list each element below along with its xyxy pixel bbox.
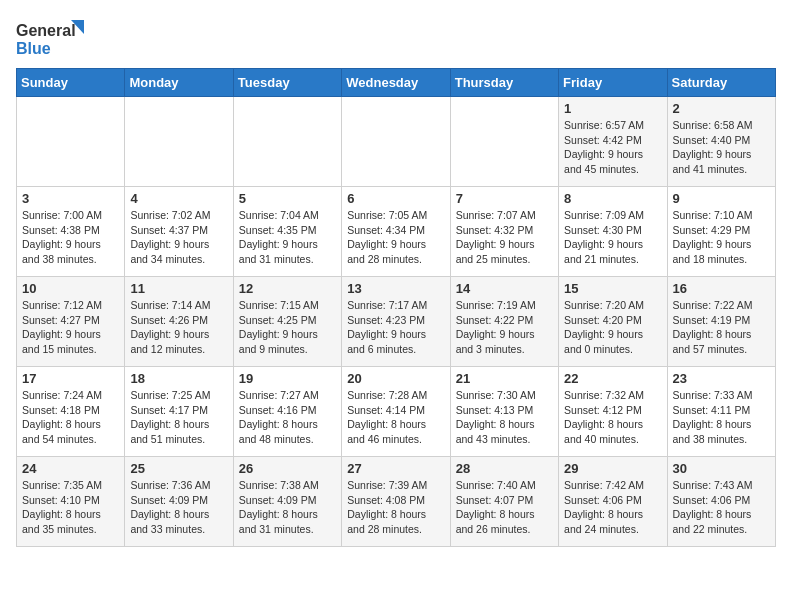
- calendar-table: SundayMondayTuesdayWednesdayThursdayFrid…: [16, 68, 776, 547]
- calendar-cell: 27Sunrise: 7:39 AM Sunset: 4:08 PM Dayli…: [342, 457, 450, 547]
- day-number: 14: [456, 281, 553, 296]
- day-info: Sunrise: 7:00 AM Sunset: 4:38 PM Dayligh…: [22, 208, 119, 267]
- day-number: 28: [456, 461, 553, 476]
- calendar-cell: 8Sunrise: 7:09 AM Sunset: 4:30 PM Daylig…: [559, 187, 667, 277]
- day-number: 7: [456, 191, 553, 206]
- day-info: Sunrise: 7:20 AM Sunset: 4:20 PM Dayligh…: [564, 298, 661, 357]
- day-number: 8: [564, 191, 661, 206]
- day-info: Sunrise: 7:14 AM Sunset: 4:26 PM Dayligh…: [130, 298, 227, 357]
- day-number: 19: [239, 371, 336, 386]
- day-number: 29: [564, 461, 661, 476]
- day-info: Sunrise: 7:07 AM Sunset: 4:32 PM Dayligh…: [456, 208, 553, 267]
- day-info: Sunrise: 7:27 AM Sunset: 4:16 PM Dayligh…: [239, 388, 336, 447]
- day-number: 16: [673, 281, 770, 296]
- calendar-cell: 21Sunrise: 7:30 AM Sunset: 4:13 PM Dayli…: [450, 367, 558, 457]
- day-info: Sunrise: 7:04 AM Sunset: 4:35 PM Dayligh…: [239, 208, 336, 267]
- calendar-cell: 29Sunrise: 7:42 AM Sunset: 4:06 PM Dayli…: [559, 457, 667, 547]
- header-friday: Friday: [559, 69, 667, 97]
- day-number: 17: [22, 371, 119, 386]
- header-sunday: Sunday: [17, 69, 125, 97]
- calendar-cell: 17Sunrise: 7:24 AM Sunset: 4:18 PM Dayli…: [17, 367, 125, 457]
- logo-svg: GeneralBlue: [16, 16, 86, 60]
- calendar-cell: 22Sunrise: 7:32 AM Sunset: 4:12 PM Dayli…: [559, 367, 667, 457]
- calendar-cell: [233, 97, 341, 187]
- day-info: Sunrise: 7:10 AM Sunset: 4:29 PM Dayligh…: [673, 208, 770, 267]
- day-info: Sunrise: 7:43 AM Sunset: 4:06 PM Dayligh…: [673, 478, 770, 537]
- day-info: Sunrise: 7:09 AM Sunset: 4:30 PM Dayligh…: [564, 208, 661, 267]
- calendar-cell: 4Sunrise: 7:02 AM Sunset: 4:37 PM Daylig…: [125, 187, 233, 277]
- calendar-cell: [17, 97, 125, 187]
- calendar-week-3: 17Sunrise: 7:24 AM Sunset: 4:18 PM Dayli…: [17, 367, 776, 457]
- day-number: 3: [22, 191, 119, 206]
- day-info: Sunrise: 7:36 AM Sunset: 4:09 PM Dayligh…: [130, 478, 227, 537]
- calendar-cell: 26Sunrise: 7:38 AM Sunset: 4:09 PM Dayli…: [233, 457, 341, 547]
- day-info: Sunrise: 6:57 AM Sunset: 4:42 PM Dayligh…: [564, 118, 661, 177]
- calendar-cell: 2Sunrise: 6:58 AM Sunset: 4:40 PM Daylig…: [667, 97, 775, 187]
- day-number: 6: [347, 191, 444, 206]
- calendar-cell: 28Sunrise: 7:40 AM Sunset: 4:07 PM Dayli…: [450, 457, 558, 547]
- day-info: Sunrise: 7:12 AM Sunset: 4:27 PM Dayligh…: [22, 298, 119, 357]
- calendar-cell: 12Sunrise: 7:15 AM Sunset: 4:25 PM Dayli…: [233, 277, 341, 367]
- day-number: 21: [456, 371, 553, 386]
- day-number: 10: [22, 281, 119, 296]
- calendar-cell: 3Sunrise: 7:00 AM Sunset: 4:38 PM Daylig…: [17, 187, 125, 277]
- day-info: Sunrise: 7:19 AM Sunset: 4:22 PM Dayligh…: [456, 298, 553, 357]
- calendar-cell: 16Sunrise: 7:22 AM Sunset: 4:19 PM Dayli…: [667, 277, 775, 367]
- day-info: Sunrise: 7:25 AM Sunset: 4:17 PM Dayligh…: [130, 388, 227, 447]
- calendar-cell: 23Sunrise: 7:33 AM Sunset: 4:11 PM Dayli…: [667, 367, 775, 457]
- day-info: Sunrise: 7:24 AM Sunset: 4:18 PM Dayligh…: [22, 388, 119, 447]
- calendar-cell: 7Sunrise: 7:07 AM Sunset: 4:32 PM Daylig…: [450, 187, 558, 277]
- header-monday: Monday: [125, 69, 233, 97]
- day-info: Sunrise: 7:39 AM Sunset: 4:08 PM Dayligh…: [347, 478, 444, 537]
- day-info: Sunrise: 7:05 AM Sunset: 4:34 PM Dayligh…: [347, 208, 444, 267]
- day-info: Sunrise: 7:28 AM Sunset: 4:14 PM Dayligh…: [347, 388, 444, 447]
- day-info: Sunrise: 7:17 AM Sunset: 4:23 PM Dayligh…: [347, 298, 444, 357]
- calendar-cell: 5Sunrise: 7:04 AM Sunset: 4:35 PM Daylig…: [233, 187, 341, 277]
- day-number: 15: [564, 281, 661, 296]
- day-number: 27: [347, 461, 444, 476]
- header-wednesday: Wednesday: [342, 69, 450, 97]
- calendar-cell: 6Sunrise: 7:05 AM Sunset: 4:34 PM Daylig…: [342, 187, 450, 277]
- day-number: 18: [130, 371, 227, 386]
- day-number: 25: [130, 461, 227, 476]
- day-info: Sunrise: 7:32 AM Sunset: 4:12 PM Dayligh…: [564, 388, 661, 447]
- svg-text:General: General: [16, 22, 76, 39]
- svg-text:Blue: Blue: [16, 40, 51, 57]
- day-number: 20: [347, 371, 444, 386]
- day-number: 26: [239, 461, 336, 476]
- day-number: 9: [673, 191, 770, 206]
- header: GeneralBlue: [16, 16, 776, 60]
- calendar-cell: 30Sunrise: 7:43 AM Sunset: 4:06 PM Dayli…: [667, 457, 775, 547]
- calendar-cell: 11Sunrise: 7:14 AM Sunset: 4:26 PM Dayli…: [125, 277, 233, 367]
- day-number: 23: [673, 371, 770, 386]
- day-number: 22: [564, 371, 661, 386]
- day-info: Sunrise: 7:38 AM Sunset: 4:09 PM Dayligh…: [239, 478, 336, 537]
- calendar-week-0: 1Sunrise: 6:57 AM Sunset: 4:42 PM Daylig…: [17, 97, 776, 187]
- calendar-cell: [450, 97, 558, 187]
- day-number: 4: [130, 191, 227, 206]
- calendar-cell: 13Sunrise: 7:17 AM Sunset: 4:23 PM Dayli…: [342, 277, 450, 367]
- header-saturday: Saturday: [667, 69, 775, 97]
- logo: GeneralBlue: [16, 16, 86, 60]
- day-info: Sunrise: 7:33 AM Sunset: 4:11 PM Dayligh…: [673, 388, 770, 447]
- calendar-cell: 18Sunrise: 7:25 AM Sunset: 4:17 PM Dayli…: [125, 367, 233, 457]
- calendar-cell: 24Sunrise: 7:35 AM Sunset: 4:10 PM Dayli…: [17, 457, 125, 547]
- day-number: 30: [673, 461, 770, 476]
- calendar-week-1: 3Sunrise: 7:00 AM Sunset: 4:38 PM Daylig…: [17, 187, 776, 277]
- calendar-cell: 14Sunrise: 7:19 AM Sunset: 4:22 PM Dayli…: [450, 277, 558, 367]
- calendar-cell: 19Sunrise: 7:27 AM Sunset: 4:16 PM Dayli…: [233, 367, 341, 457]
- calendar-cell: 15Sunrise: 7:20 AM Sunset: 4:20 PM Dayli…: [559, 277, 667, 367]
- header-thursday: Thursday: [450, 69, 558, 97]
- header-tuesday: Tuesday: [233, 69, 341, 97]
- calendar-cell: 1Sunrise: 6:57 AM Sunset: 4:42 PM Daylig…: [559, 97, 667, 187]
- calendar-cell: 25Sunrise: 7:36 AM Sunset: 4:09 PM Dayli…: [125, 457, 233, 547]
- day-number: 24: [22, 461, 119, 476]
- calendar-header-row: SundayMondayTuesdayWednesdayThursdayFrid…: [17, 69, 776, 97]
- day-number: 5: [239, 191, 336, 206]
- day-info: Sunrise: 7:02 AM Sunset: 4:37 PM Dayligh…: [130, 208, 227, 267]
- day-info: Sunrise: 7:22 AM Sunset: 4:19 PM Dayligh…: [673, 298, 770, 357]
- calendar-week-2: 10Sunrise: 7:12 AM Sunset: 4:27 PM Dayli…: [17, 277, 776, 367]
- calendar-cell: 10Sunrise: 7:12 AM Sunset: 4:27 PM Dayli…: [17, 277, 125, 367]
- calendar-week-4: 24Sunrise: 7:35 AM Sunset: 4:10 PM Dayli…: [17, 457, 776, 547]
- day-info: Sunrise: 7:42 AM Sunset: 4:06 PM Dayligh…: [564, 478, 661, 537]
